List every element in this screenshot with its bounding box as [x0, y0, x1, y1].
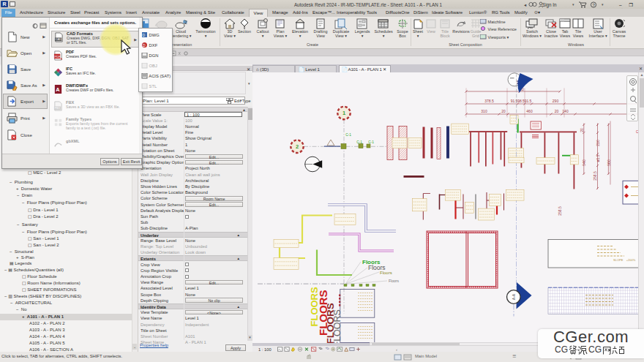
svg-text:258.5: 258.5	[593, 171, 597, 181]
svg-text:91.5: 91.5	[525, 99, 532, 103]
svg-text:Floors: Floors	[380, 270, 392, 274]
svg-text:20: 20	[580, 128, 584, 132]
svg-text:258.5: 258.5	[558, 206, 562, 216]
svg-text:D: D	[143, 33, 146, 37]
svg-text:AA: AA	[516, 80, 520, 84]
svg-text:C-1: C-1	[356, 140, 362, 144]
svg-text:FBX: FBX	[55, 107, 61, 110]
svg-text:560: 560	[607, 159, 611, 166]
svg-text:460: 460	[526, 109, 533, 113]
svg-text:290: 290	[553, 99, 559, 103]
svg-text:A-A: A-A	[512, 293, 516, 300]
svg-text:CG: CG	[555, 344, 568, 355]
svg-text:C-1: C-1	[345, 133, 351, 137]
svg-text:CG: CG	[588, 344, 602, 355]
svg-text:20: 20	[555, 109, 559, 113]
svg-text:SLOPE +200%: SLOPE +200%	[613, 257, 636, 261]
svg-text:PDF: PDF	[54, 55, 61, 59]
svg-text:FLOORS: FLOORS	[332, 309, 342, 343]
svg-text:310: 310	[481, 109, 487, 113]
svg-text:540: 540	[582, 159, 586, 166]
svg-text:2: 2	[296, 143, 299, 149]
svg-text:ø1.5: ø1.5	[596, 154, 600, 162]
svg-text:140: 140	[562, 109, 569, 113]
svg-text:D: D	[143, 43, 146, 48]
svg-text:A: A	[56, 86, 60, 93]
svg-text:1: 1	[342, 110, 345, 116]
svg-text:91.5: 91.5	[511, 99, 518, 103]
svg-text:20: 20	[501, 109, 506, 113]
svg-text:CAD: CAD	[56, 38, 61, 41]
svg-text:98.5: 98.5	[517, 99, 525, 103]
svg-text:C-1: C-1	[368, 140, 374, 144]
svg-text:Floors: Floors	[389, 279, 399, 283]
svg-text:210: 210	[596, 140, 600, 146]
svg-text:2: 2	[184, 20, 187, 25]
svg-text:378.5: 378.5	[484, 99, 494, 103]
